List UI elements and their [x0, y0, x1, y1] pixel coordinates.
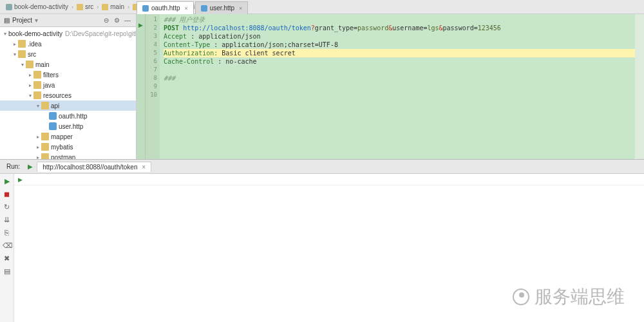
code-line[interactable] — [164, 91, 644, 99]
project-header: ▤ Project ▾ ⊖ ⚙ — — [0, 14, 136, 27]
tree-node[interactable]: ▸mapper — [0, 131, 136, 142]
editor-scrollbar[interactable] — [635, 14, 644, 159]
run-gutter-icon[interactable]: ▶ — [137, 14, 145, 28]
tree-node[interactable]: user.http — [0, 121, 136, 131]
pkg-icon — [26, 61, 33, 68]
tree-node[interactable]: ▾book-demo-activityD:\DevSpace\git-repo\… — [0, 28, 136, 39]
run-toolbar: ▶◼↻⇊⎘⌫✖▤ — [0, 174, 14, 322]
http-file-icon — [201, 5, 207, 12]
expand-arrow-icon[interactable]: ▾ — [12, 52, 18, 57]
folder-icon — [77, 4, 83, 10]
run-tool-button[interactable]: ▶ — [3, 176, 12, 185]
expand-arrow-icon[interactable]: ▸ — [27, 72, 33, 78]
code-area[interactable]: ### 用户登录POST http://localhost:8088/oauth… — [160, 14, 644, 159]
project-tree[interactable]: ▾book-demo-activityD:\DevSpace\git-repo\… — [0, 27, 136, 159]
run-config-tab[interactable]: http://localhost:8088//oauth/token × — [37, 162, 151, 172]
project-title: Project — [12, 17, 32, 24]
pkg-icon — [41, 153, 49, 159]
breadcrumb-item[interactable]: main — [100, 3, 126, 11]
code-line[interactable]: POST http://localhost:8088/oauth/token?g… — [164, 24, 644, 32]
expand-arrow-icon[interactable]: ▸ — [35, 144, 41, 150]
code-line[interactable]: ### 用户登录 — [164, 15, 644, 24]
pkg-icon — [18, 50, 26, 58]
expand-arrow-icon[interactable]: ▸ — [35, 134, 41, 140]
run-tool-button[interactable]: ◼ — [3, 189, 12, 198]
expand-arrow-icon[interactable]: ▸ — [12, 41, 18, 47]
collapse-icon[interactable]: ⊖ — [104, 17, 111, 24]
run-title: Run: — [3, 162, 24, 171]
editor-tab[interactable]: user.http× — [195, 1, 249, 14]
run-tool-button[interactable]: ▤ — [3, 267, 12, 276]
close-icon[interactable]: × — [239, 5, 242, 12]
hide-icon[interactable]: — — [124, 17, 132, 24]
pkg-icon — [41, 133, 49, 140]
expand-arrow-icon[interactable]: ▾ — [4, 31, 6, 37]
pkg-icon — [41, 102, 49, 109]
code-line[interactable]: ### — [164, 74, 644, 82]
expand-arrow-icon[interactable]: ▸ — [27, 82, 33, 88]
rerun-icon[interactable]: ▶ — [18, 176, 23, 183]
code-line[interactable] — [164, 66, 644, 74]
code-editor[interactable]: ▶ 12345678910 ### 用户登录POST http://localh… — [137, 14, 644, 159]
tree-node[interactable]: ▸java — [0, 80, 136, 90]
project-icon: ▤ — [4, 17, 10, 24]
tree-node[interactable]: ▸mybatis — [0, 142, 136, 152]
tree-node[interactable]: ▾resources — [0, 90, 136, 100]
http-icon — [49, 122, 57, 130]
code-line[interactable]: Accept : application/json — [164, 32, 644, 41]
gear-icon[interactable]: ⚙ — [114, 17, 122, 24]
breadcrumb-item[interactable]: book-demo-activity — [4, 3, 70, 11]
breadcrumb: book-demo-activity›src›main›resources›ap… — [0, 0, 644, 14]
tree-node[interactable]: ▾main — [0, 59, 136, 70]
run-tool-button[interactable]: ↻ — [3, 202, 12, 211]
run-tool-button[interactable]: ⇊ — [3, 215, 12, 224]
editor-tabs: oauth.http×user.http× — [137, 0, 249, 14]
folder-icon — [102, 4, 108, 10]
expand-arrow-icon[interactable]: ▾ — [27, 93, 33, 99]
pkg-icon — [41, 143, 49, 151]
line-numbers: 12345678910 — [146, 14, 160, 159]
tree-node[interactable]: ▾src — [0, 49, 136, 59]
expand-arrow-icon[interactable]: ▾ — [19, 62, 26, 68]
code-line[interactable]: Content-Type : application/json;charset=… — [164, 41, 644, 49]
project-tool-window: ▤ Project ▾ ⊖ ⚙ — ▾book-demo-activityD:\… — [0, 14, 137, 159]
http-file-icon — [142, 5, 149, 12]
run-tool-button[interactable]: ⎘ — [3, 228, 12, 237]
pkg-icon — [18, 40, 26, 48]
run-header: Run: ▶ http://localhost:8088//oauth/toke… — [0, 160, 644, 174]
pkg-icon — [33, 71, 41, 79]
tree-node[interactable]: ▸postman — [0, 152, 136, 159]
run-tool-button[interactable]: ✖ — [3, 254, 12, 263]
tree-node[interactable]: oauth.http — [0, 111, 136, 121]
pkg-icon — [33, 81, 41, 89]
run-output-header: ▶ — [14, 174, 644, 185]
expand-arrow-icon[interactable]: ▾ — [35, 103, 41, 109]
run-tool-button[interactable]: ⌫ — [3, 241, 12, 250]
editor-tab[interactable]: oauth.http× — [137, 1, 194, 14]
code-line[interactable] — [164, 82, 644, 91]
pkg-icon — [33, 91, 41, 99]
run-tool-window: Run: ▶ http://localhost:8088//oauth/toke… — [0, 159, 644, 322]
run-icon[interactable]: ▶ — [28, 163, 33, 170]
http-icon — [49, 112, 57, 120]
gutter: ▶ — [137, 14, 146, 159]
tree-node[interactable]: ▸filters — [0, 70, 136, 80]
run-output[interactable]: ▶ — [14, 174, 644, 322]
mod-icon — [6, 4, 12, 10]
tree-node[interactable]: ▸.idea — [0, 39, 136, 49]
expand-arrow-icon[interactable]: ▸ — [35, 155, 41, 160]
close-icon[interactable]: × — [184, 5, 187, 12]
tree-node[interactable]: ▾api — [0, 100, 136, 111]
code-line[interactable]: Cache-Control : no-cache — [164, 57, 644, 66]
close-icon[interactable]: × — [142, 164, 146, 171]
breadcrumb-item[interactable]: src — [75, 3, 95, 11]
code-line[interactable]: Authorization: Basic client secret — [164, 49, 644, 57]
